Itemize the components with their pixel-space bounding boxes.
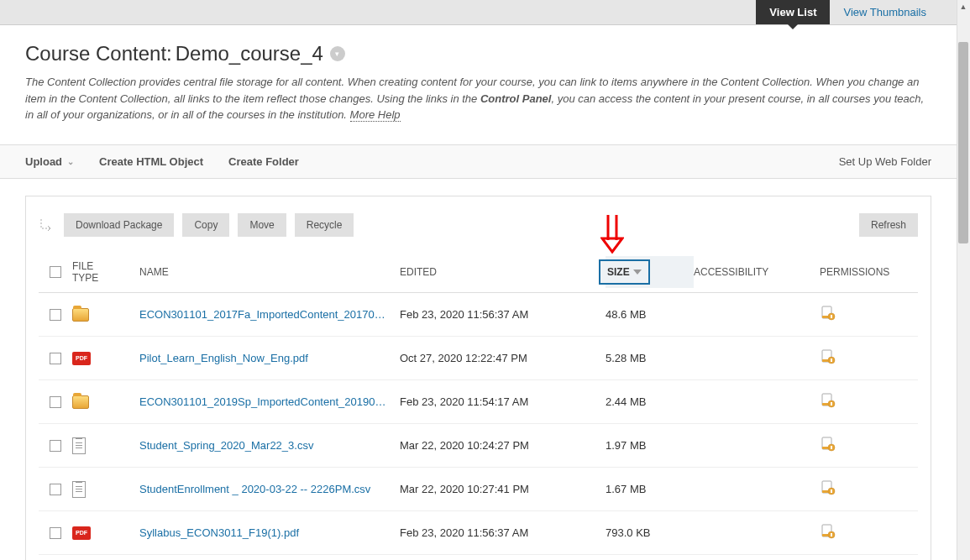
setup-web-folder-button[interactable]: Set Up Web Folder (839, 155, 931, 168)
page-description: The Content Collection provides central … (25, 74, 931, 123)
svg-rect-15 (831, 446, 832, 449)
copy-button[interactable]: Copy (182, 213, 229, 237)
table-row: ECON301101_2019Sp_ImportedContent_201902… (39, 380, 918, 424)
svg-rect-23 (831, 533, 832, 536)
table-action-row: Download Package Copy Move Recycle Refre… (39, 213, 918, 237)
refresh-button[interactable]: Refresh (859, 213, 918, 237)
upload-button[interactable]: Upload ⌄ (25, 155, 74, 168)
page-header: Course Content: Demo_course_4 ▾ The Cont… (0, 25, 957, 144)
size-value: 48.6 MB (606, 308, 646, 321)
edited-value: Oct 27, 2020 12:22:47 PM (400, 352, 527, 364)
row-checkbox[interactable] (50, 484, 61, 495)
chevron-down-icon[interactable]: ▾ (330, 46, 345, 61)
edited-value: Mar 22, 2020 10:27:41 PM (400, 483, 529, 495)
scroll-up-icon[interactable]: ▲ (957, 0, 970, 13)
row-checkbox[interactable] (50, 440, 61, 452)
file-name-link[interactable]: StudentEnrollment _ 2020-03-22 -- 2226PM… (139, 483, 387, 495)
file-name-link[interactable]: Pilot_Learn_English_Now_Eng.pdf (139, 352, 387, 364)
svg-rect-11 (831, 402, 832, 406)
action-toolbar: Upload ⌄ Create HTML Object Create Folde… (0, 144, 957, 179)
svg-rect-19 (831, 489, 832, 493)
folder-icon (72, 395, 89, 409)
upload-label: Upload (25, 155, 62, 168)
select-all-checkbox[interactable] (50, 266, 61, 278)
title-prefix: Course Content: (25, 42, 172, 65)
table-row: ECON301101_2017Fa_ImportedContent_201709… (39, 293, 918, 337)
permissions-icon[interactable] (820, 399, 836, 411)
permissions-icon[interactable] (820, 442, 836, 455)
chevron-down-icon: ⌄ (67, 157, 74, 166)
edited-value: Feb 23, 2020 11:56:37 AM (400, 308, 528, 321)
move-button[interactable]: Move (238, 213, 286, 237)
file-name-link[interactable]: Syllabus_ECON3011_F19(1).pdf (139, 526, 387, 539)
download-package-button[interactable]: Download Package (64, 213, 174, 237)
table-header-row: FILETYPE NAME EDITED SIZE ACCESSIBILITY … (39, 252, 918, 294)
document-icon (72, 437, 86, 454)
pdf-icon (72, 526, 91, 540)
col-header-filetype[interactable]: FILETYPE (72, 260, 139, 285)
selection-arrow-icon (39, 217, 55, 233)
col-header-edited[interactable]: EDITED (400, 266, 606, 278)
row-checkbox[interactable] (50, 396, 61, 408)
view-thumbnails-button[interactable]: View Thumbnails (830, 0, 940, 24)
size-value: 2.44 MB (606, 395, 646, 408)
file-name-link[interactable]: ECON301101_2019Sp_ImportedContent_201902… (139, 395, 387, 408)
size-value: 793.0 KB (606, 526, 651, 539)
row-checkbox[interactable] (50, 353, 61, 364)
table-row: Pilot_Learn_English_Now_Eng.pdfOct 27, 2… (39, 337, 918, 380)
desc-bold: Control Panel (480, 92, 552, 105)
edited-value: Feb 23, 2020 11:56:37 AM (400, 526, 528, 539)
permissions-icon[interactable] (820, 486, 836, 499)
size-value: 1.97 MB (606, 439, 646, 452)
sort-desc-icon (633, 270, 642, 275)
col-header-size[interactable]: SIZE (599, 259, 650, 285)
document-icon (72, 481, 86, 498)
col-header-name[interactable]: NAME (139, 266, 400, 278)
svg-rect-3 (831, 315, 832, 318)
view-mode-bar: View List View Thumbnails (0, 0, 957, 25)
view-list-button[interactable]: View List (756, 0, 830, 24)
create-folder-button[interactable]: Create Folder (228, 155, 299, 168)
size-header-label: SIZE (607, 266, 630, 278)
more-help-link[interactable]: More Help (350, 108, 401, 122)
create-html-button[interactable]: Create HTML Object (99, 155, 203, 168)
col-header-accessibility[interactable]: ACCESSIBILITY (694, 266, 820, 278)
table-row: Syllabus_ECON3011_F19.pdfFeb 23, 2020 11… (39, 555, 918, 560)
col-header-permissions[interactable]: PERMISSIONS (820, 266, 918, 278)
scrollbar-thumb[interactable] (958, 42, 968, 243)
size-value: 5.28 MB (606, 352, 646, 364)
edited-value: Mar 22, 2020 10:24:27 PM (400, 439, 529, 452)
svg-rect-7 (831, 359, 832, 362)
permissions-icon[interactable] (820, 311, 836, 324)
row-checkbox[interactable] (50, 309, 61, 321)
file-table-panel: Download Package Copy Move Recycle Refre… (25, 196, 931, 561)
row-checkbox[interactable] (50, 527, 61, 539)
table-row: Student_Spring_2020_Mar22_3.csvMar 22, 2… (39, 424, 918, 468)
file-name-link[interactable]: Student_Spring_2020_Mar22_3.csv (139, 439, 387, 452)
permissions-icon[interactable] (820, 355, 836, 368)
title-course: Demo_course_4 (176, 42, 323, 65)
file-name-link[interactable]: ECON301101_2017Fa_ImportedContent_201709… (139, 308, 387, 321)
page-title: Course Content: Demo_course_4 ▾ (25, 42, 931, 65)
permissions-icon[interactable] (820, 530, 836, 542)
recycle-button[interactable]: Recycle (295, 213, 354, 237)
table-row: Syllabus_ECON3011_F19(1).pdfFeb 23, 2020… (39, 511, 918, 555)
pdf-icon (72, 352, 91, 365)
folder-icon (72, 308, 89, 322)
scrollbar[interactable]: ▲ (957, 0, 970, 560)
edited-value: Feb 23, 2020 11:54:17 AM (400, 395, 528, 408)
table-row: StudentEnrollment _ 2020-03-22 -- 2226PM… (39, 468, 918, 511)
size-value: 1.67 MB (606, 483, 646, 495)
